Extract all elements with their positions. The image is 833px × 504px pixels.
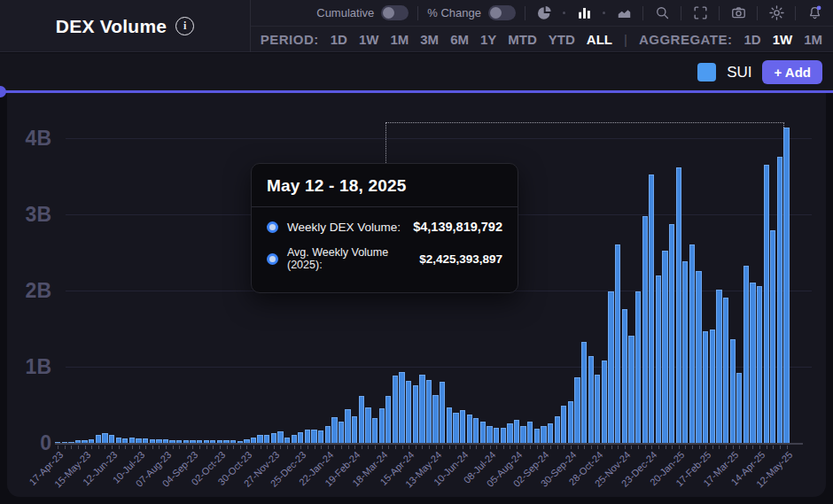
bar[interactable] (602, 361, 607, 443)
bar[interactable] (419, 375, 424, 443)
bar[interactable] (656, 275, 661, 443)
bar[interactable] (447, 407, 452, 443)
bar[interactable] (197, 440, 202, 443)
bar[interactable] (534, 429, 540, 443)
bar[interactable] (190, 440, 195, 443)
bar[interactable] (372, 418, 378, 443)
bar[interactable] (757, 286, 762, 443)
bar[interactable] (541, 426, 546, 443)
bar[interactable] (406, 381, 411, 443)
bar[interactable] (696, 271, 701, 443)
bar[interactable] (116, 438, 121, 443)
bar[interactable] (736, 373, 742, 443)
bar[interactable] (244, 439, 249, 443)
bar[interactable] (743, 266, 749, 443)
bar[interactable] (574, 377, 580, 443)
bar[interactable] (649, 174, 654, 443)
bar[interactable] (635, 291, 641, 443)
bar[interactable] (770, 230, 775, 443)
bar[interactable] (440, 382, 445, 443)
bar[interactable] (102, 433, 107, 443)
bar[interactable] (682, 261, 688, 443)
bar[interactable] (507, 423, 512, 443)
bar[interactable] (82, 440, 87, 443)
bar[interactable] (561, 406, 566, 443)
bar[interactable] (622, 309, 627, 443)
bar[interactable] (393, 376, 398, 443)
bar[interactable] (710, 330, 715, 443)
bar[interactable] (467, 415, 472, 443)
bar[interactable] (750, 283, 755, 443)
bar[interactable] (305, 430, 310, 443)
bar[interactable] (588, 356, 594, 443)
bar[interactable] (615, 244, 620, 443)
bar[interactable] (156, 439, 161, 443)
bar[interactable] (669, 224, 674, 443)
bar[interactable] (359, 396, 364, 443)
bar[interactable] (473, 418, 479, 443)
bar[interactable] (777, 157, 782, 443)
bar[interactable] (183, 440, 189, 443)
bar[interactable] (257, 435, 262, 443)
bar[interactable] (487, 426, 492, 443)
bar[interactable] (595, 375, 600, 443)
bar[interactable] (662, 251, 667, 443)
bar[interactable] (365, 407, 370, 443)
bar[interactable] (271, 433, 276, 443)
bar[interactable] (764, 165, 769, 443)
bar[interactable] (453, 413, 458, 443)
bar[interactable] (527, 422, 533, 443)
bar[interactable] (122, 438, 128, 443)
bar[interactable] (480, 422, 486, 443)
bar[interactable] (783, 128, 789, 443)
bar[interactable] (264, 435, 269, 443)
bar[interactable] (426, 380, 432, 443)
bar[interactable] (75, 440, 81, 443)
bar[interactable] (204, 440, 209, 443)
bar[interactable] (169, 440, 175, 443)
bar[interactable] (62, 442, 67, 443)
bar[interactable] (331, 417, 337, 443)
bar[interactable] (210, 440, 215, 443)
bar[interactable] (277, 431, 283, 443)
bar[interactable] (68, 442, 74, 443)
bar[interactable] (494, 428, 499, 443)
bar[interactable] (311, 430, 316, 443)
bar[interactable] (318, 430, 323, 443)
bar[interactable] (284, 438, 290, 443)
bar[interactable] (568, 401, 573, 443)
bar[interactable] (716, 290, 721, 443)
bar[interactable] (345, 409, 350, 443)
bar[interactable] (251, 438, 256, 443)
bar[interactable] (385, 396, 391, 443)
bar[interactable] (176, 440, 182, 443)
bar[interactable] (413, 385, 418, 443)
bar[interactable] (460, 410, 465, 443)
bar[interactable] (730, 339, 736, 443)
bar[interactable] (298, 432, 303, 443)
bar[interactable] (96, 435, 101, 443)
bar[interactable] (230, 440, 236, 443)
bar[interactable] (676, 167, 681, 443)
bar[interactable] (399, 372, 404, 443)
bar[interactable] (379, 408, 385, 443)
bar[interactable] (89, 439, 94, 443)
bar[interactable] (109, 435, 114, 443)
bar[interactable] (217, 440, 222, 443)
bar[interactable] (689, 244, 695, 443)
bar[interactable] (339, 422, 344, 443)
bar[interactable] (143, 438, 148, 443)
bar[interactable] (136, 438, 141, 443)
bar[interactable] (325, 426, 331, 443)
bar[interactable] (642, 216, 648, 443)
bar[interactable] (520, 426, 525, 443)
bar[interactable] (514, 420, 519, 443)
bar[interactable] (237, 441, 243, 443)
bar[interactable] (432, 395, 438, 443)
bar[interactable] (555, 416, 560, 443)
bar[interactable] (628, 336, 634, 443)
bar[interactable] (608, 291, 613, 443)
bar[interactable] (548, 423, 553, 443)
bar[interactable] (581, 342, 587, 443)
bar[interactable] (352, 416, 357, 443)
